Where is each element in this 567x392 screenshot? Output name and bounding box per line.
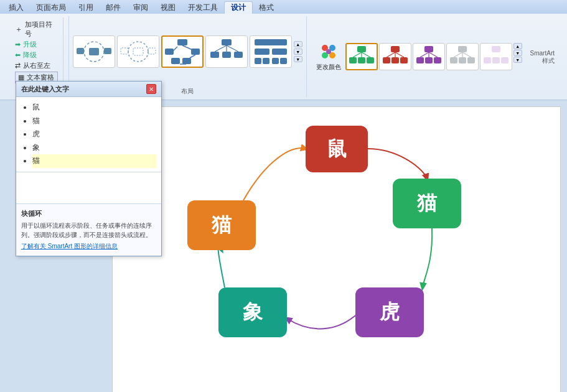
layout-scroll-up[interactable]: ▲ — [294, 41, 302, 47]
smartart-styles-group: 更改颜色 — [307, 16, 562, 97]
svg-rect-26 — [280, 58, 287, 64]
node-mao-green[interactable]: 猫 — [393, 179, 461, 228]
layout-scroll-down[interactable]: ▼ — [294, 49, 302, 55]
layout-thumb-block-cycle[interactable] — [161, 35, 204, 68]
svg-line-38 — [362, 52, 370, 57]
layout-thumb-dashed-circle[interactable] — [117, 35, 159, 68]
tab-insert[interactable]: 插入 — [2, 1, 30, 14]
text-pane-header: 在此处键入文字 ✕ — [16, 82, 161, 97]
promote-btn[interactable]: ➡ 升级 — [15, 40, 58, 49]
svg-rect-53 — [458, 46, 467, 52]
style-scroll-up[interactable]: ▲ — [513, 43, 522, 49]
svg-line-50 — [420, 52, 429, 57]
text-pane-close-btn[interactable]: ✕ — [146, 84, 156, 94]
list-item-0[interactable]: 鼠 — [32, 101, 156, 114]
svg-line-59 — [462, 52, 471, 57]
svg-rect-22 — [272, 49, 287, 55]
svg-point-4 — [128, 42, 148, 62]
node-hu[interactable]: 虎 — [355, 287, 424, 337]
svg-point-31 — [326, 49, 331, 54]
layout-thumb-circle[interactable] — [73, 35, 115, 68]
demote-btn[interactable]: ⬅ 降级 — [15, 50, 58, 60]
svg-rect-39 — [391, 46, 400, 52]
list-item-1[interactable]: 猫 — [32, 114, 156, 128]
svg-line-45 — [395, 52, 404, 57]
svg-rect-32 — [357, 46, 366, 52]
change-color-label: 更改颜色 — [316, 63, 341, 72]
text-pane-desc-text: 用于以循环流程表示阶段、任务或事件的连续序列。强调阶段或步骤，而不是连接箭头或流… — [21, 221, 156, 240]
tab-view[interactable]: 视图 — [154, 1, 182, 14]
node-xiang[interactable]: 象 — [218, 287, 287, 337]
svg-rect-5 — [133, 48, 143, 55]
layout-group-label: 布局 — [181, 87, 194, 96]
smartart-group-label: SmartArt 样式 — [522, 50, 557, 65]
change-color-btn[interactable]: 更改颜色 — [312, 39, 345, 75]
layout-thumb-hierarchy2[interactable] — [250, 35, 292, 68]
svg-rect-46 — [424, 46, 433, 52]
list-item-3[interactable]: 象 — [32, 141, 156, 155]
layout-scroll-expand[interactable]: ▼ — [294, 56, 302, 62]
style-swatch-3[interactable] — [446, 43, 479, 70]
svg-rect-3 — [104, 48, 111, 54]
page-canvas[interactable]: 鼠 猫 虎 象 猫 — [112, 106, 561, 392]
svg-line-19 — [227, 45, 238, 52]
node-shu[interactable]: 鼠 — [306, 126, 368, 172]
add-bullet-icon: ＋ — [15, 24, 22, 35]
svg-rect-54 — [450, 57, 457, 63]
diagram-container: 鼠 猫 虎 象 猫 — [162, 119, 505, 392]
svg-rect-48 — [425, 57, 433, 63]
svg-rect-2 — [77, 48, 84, 54]
text-pane: 在此处键入文字 ✕ 鼠 猫 虎 象 猫 块循环 用于以循环流程表示阶段、任务或事… — [16, 81, 162, 256]
promote-icon: ➡ — [15, 40, 21, 49]
svg-line-36 — [353, 52, 362, 57]
style-swatch-active[interactable] — [345, 43, 378, 70]
svg-rect-1 — [89, 48, 99, 55]
svg-line-52 — [429, 52, 438, 57]
svg-rect-20 — [255, 39, 287, 45]
svg-rect-56 — [467, 57, 475, 63]
tab-design[interactable]: 设计 — [224, 1, 253, 14]
tab-format[interactable]: 格式 — [253, 1, 280, 14]
node-mao-orange[interactable]: 猫 — [187, 200, 256, 250]
svg-rect-55 — [459, 57, 466, 63]
svg-rect-8 — [177, 39, 187, 45]
demote-icon: ⬅ — [15, 51, 21, 59]
style-swatch-1[interactable] — [379, 43, 411, 70]
text-pane-list[interactable]: 鼠 猫 虎 象 猫 — [16, 97, 161, 172]
text-pane-empty-space — [16, 172, 161, 203]
svg-rect-25 — [272, 58, 279, 64]
svg-rect-60 — [492, 46, 500, 52]
right-to-left-icon: ⇄ — [15, 62, 21, 70]
layout-thumbs — [73, 35, 292, 68]
svg-rect-15 — [222, 52, 231, 58]
svg-rect-42 — [400, 57, 408, 63]
svg-line-57 — [454, 52, 462, 57]
tab-references[interactable]: 引用 — [72, 1, 100, 14]
list-item-4[interactable]: 猫 — [32, 154, 156, 168]
text-pane-title: 在此处键入文字 — [21, 85, 69, 94]
layout-thumb-hierarchy[interactable] — [205, 35, 248, 68]
svg-rect-34 — [358, 57, 365, 63]
style-swatch-4[interactable] — [480, 43, 512, 70]
svg-rect-16 — [234, 52, 243, 58]
style-scroll-btns: ▲ ▼ ▼ — [513, 43, 522, 70]
svg-line-43 — [387, 52, 395, 57]
style-scroll-down[interactable]: ▼ — [513, 50, 522, 56]
text-pane-description: 块循环 用于以循环流程表示阶段、任务或事件的连续序列。强调阶段或步骤，而不是连接… — [16, 203, 161, 256]
tab-page-layout[interactable]: 页面布局 — [30, 1, 72, 14]
right-to-left-btn[interactable]: ⇄ 从右至左 — [15, 61, 58, 70]
svg-rect-33 — [349, 57, 357, 63]
list-item-2[interactable]: 虎 — [32, 128, 156, 141]
tab-review[interactable]: 审阅 — [127, 1, 154, 14]
svg-rect-35 — [367, 57, 374, 63]
add-bullet-btn[interactable]: ＋ 加项目符号 — [15, 20, 58, 39]
style-swatch-2[interactable] — [413, 43, 445, 70]
ribbon-tabs: 插入 页面布局 引用 邮件 审阅 视图 开发工具 设计 格式 — [0, 0, 567, 14]
color-palette-icon — [319, 42, 339, 62]
text-pane-link[interactable]: 了解有关 SmartArt 图形的详细信息 — [21, 242, 156, 251]
tab-mail[interactable]: 邮件 — [100, 1, 127, 14]
style-swatches: ▲ ▼ ▼ — [345, 43, 522, 70]
svg-rect-49 — [434, 57, 441, 63]
style-scroll-expand[interactable]: ▼ — [513, 57, 522, 63]
tab-developer[interactable]: 开发工具 — [182, 1, 224, 14]
